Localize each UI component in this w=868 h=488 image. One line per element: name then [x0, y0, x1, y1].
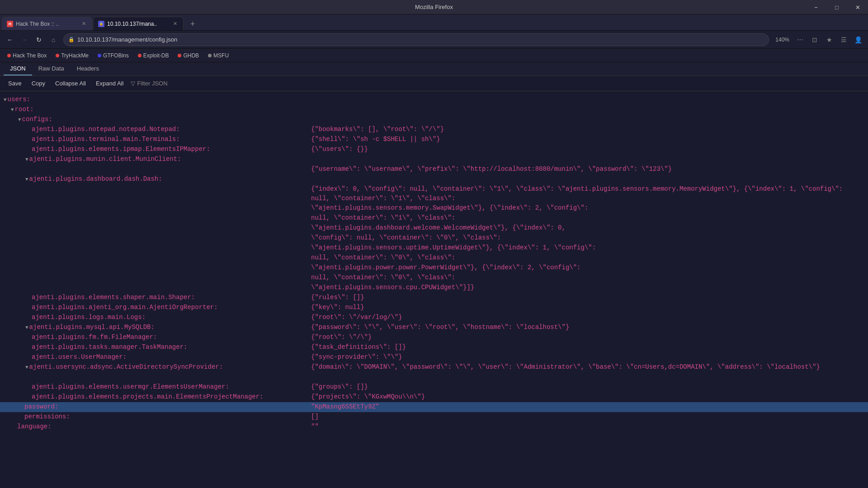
- collapse-arrow[interactable]: [4, 96, 7, 104]
- window-controls: − □ ✕: [806, 0, 868, 14]
- sidebar-button[interactable]: ☰: [837, 33, 850, 46]
- json-value: {"username\": \"username\", \"prefix\": …: [311, 164, 864, 174]
- bookmark-label: Exploit-DB: [143, 52, 169, 59]
- json-line: \"config\": null, \"container\": \"0\", …: [0, 233, 868, 243]
- save-button[interactable]: Save: [4, 79, 26, 88]
- json-line: password:"KpMasng6S5EtTy9Z": [0, 402, 868, 412]
- bookmark-label: TryHackMe: [61, 52, 89, 59]
- json-key: ajenti.usersync.adsync.ActiveDirectorySy…: [29, 363, 223, 371]
- tab-json[interactable]: JSON: [4, 62, 32, 75]
- json-line: ajenti.plugins.terminal.main.Terminals:{…: [0, 135, 868, 145]
- collapse-arrow[interactable]: [25, 324, 28, 332]
- tab-2-label: 10.10.10.137/mana..: [107, 21, 157, 27]
- nav-right-controls: 140% ⋯ ⊡ ★ ☰ 👤: [773, 33, 864, 46]
- json-line: ajenti.plugins.elements.usermgr.Elements…: [0, 382, 868, 392]
- collapse-all-button[interactable]: Collapse All: [51, 79, 90, 88]
- home-button[interactable]: ⌂: [47, 33, 60, 46]
- copy-button[interactable]: Copy: [27, 79, 50, 88]
- tab-1-favicon: H: [7, 21, 13, 27]
- json-value: {"index\": 0, \"config\": null, \"contai…: [311, 184, 864, 203]
- url-display: 10.10.10.137/management/config.json: [77, 36, 764, 43]
- filter-json[interactable]: ▽ Filter JSON: [131, 80, 167, 87]
- bookmark-star[interactable]: ★: [823, 33, 835, 46]
- sync-button[interactable]: 👤: [852, 33, 864, 46]
- json-line: \"ajenti.plugins.dashboard.welcome.Welco…: [0, 223, 868, 233]
- menu-button[interactable]: ⋯: [794, 33, 807, 46]
- json-value: "KpMasng6S5EtTy9Z": [311, 402, 864, 412]
- bookmark-msfu[interactable]: MSFU: [204, 52, 232, 60]
- reader-button[interactable]: ⊡: [808, 33, 821, 46]
- json-key: ajenti.plugins.elements.projects.main.El…: [32, 393, 263, 400]
- json-value: {"domain\": \"DOMAIN\", \"password\": \"…: [311, 362, 864, 372]
- json-line: ajenti.plugins.logs.main.Logs:{"root\": …: [0, 313, 868, 323]
- bookmarks-bar: Hack The Box TryHackMe GTFOBins Exploit-…: [0, 49, 868, 62]
- json-key: ajenti.plugins.elements.ipmap.ElementsIP…: [32, 145, 210, 153]
- collapse-arrow[interactable]: [25, 364, 28, 371]
- json-value: {\"users\": {}}: [311, 145, 864, 155]
- json-line: root:: [0, 105, 868, 115]
- json-key: ajenti.plugins.munin.client.MuninClient:: [29, 155, 181, 163]
- reload-button[interactable]: ↻: [33, 33, 45, 46]
- tab-1-close[interactable]: ✕: [80, 20, 87, 28]
- json-value: null, \"container\": \"1\", \"class\":: [311, 213, 864, 223]
- minimize-button[interactable]: −: [806, 0, 826, 14]
- json-key: password:: [24, 403, 59, 410]
- bookmark-hackthebox[interactable]: Hack The Box: [4, 52, 50, 60]
- forward-button[interactable]: →: [18, 33, 31, 46]
- json-line: null, \"container\": \"1\", \"class\":: [0, 213, 868, 223]
- bookmark-icon: [7, 54, 11, 57]
- collapse-arrow[interactable]: [18, 116, 21, 124]
- json-key: ajenti.users.UserManager:: [32, 353, 127, 361]
- tab-2[interactable]: 🔒 10.10.10.137/mana.. ✕: [93, 17, 184, 30]
- back-button[interactable]: ←: [4, 33, 16, 46]
- bookmark-icon: [178, 54, 181, 57]
- bookmark-icon: [208, 54, 212, 57]
- json-key: users:: [8, 96, 30, 103]
- tab-2-close[interactable]: ✕: [171, 20, 179, 28]
- json-key: ajenti.plugins.elements.usermgr.Elements…: [32, 383, 229, 390]
- tab-headers[interactable]: Headers: [71, 62, 105, 75]
- bookmark-icon: [98, 54, 101, 57]
- json-value: {"rules\": []}: [311, 293, 864, 303]
- json-value: \"ajenti.plugins.sensors.uptime.UptimeWi…: [311, 243, 864, 253]
- maximize-button[interactable]: □: [826, 0, 847, 14]
- bookmark-label: MSFU: [213, 52, 229, 59]
- close-button[interactable]: ✕: [847, 0, 868, 14]
- json-key: ajenti.plugins.fm.fm.FileManager:: [32, 333, 157, 341]
- json-line: {"username\": \"username\", \"prefix\": …: [0, 164, 868, 174]
- json-line: users:: [0, 95, 868, 105]
- json-line: ajenti.plugins.mysql.api.MySQLDB:{"passw…: [0, 323, 868, 333]
- collapse-arrow[interactable]: [11, 106, 14, 114]
- json-line: \"ajenti.plugins.sensors.uptime.UptimeWi…: [0, 243, 868, 253]
- json-key: ajenti.plugins.mysql.api.MySQLDB:: [29, 324, 155, 331]
- bookmark-exploitdb[interactable]: Exploit-DB: [134, 52, 173, 60]
- json-key: ajenti.plugins.tasks.manager.TaskManager…: [32, 343, 187, 351]
- tab-1[interactable]: H Hack The Box :: .. ✕: [2, 17, 92, 30]
- new-tab-button[interactable]: +: [186, 18, 199, 30]
- bookmark-icon: [56, 54, 59, 57]
- address-bar[interactable]: 🔒 10.10.10.137/management/config.json: [63, 33, 769, 46]
- bookmark-ghdb[interactable]: GHDB: [174, 52, 203, 60]
- zoom-level: 140%: [773, 37, 792, 43]
- json-line: language:"": [0, 422, 868, 432]
- title-bar: Mozilla Firefox − □ ✕: [0, 0, 868, 14]
- json-value: null, \"container\": \"0\", \"class\":: [311, 253, 864, 263]
- bookmark-tryhackme[interactable]: TryHackMe: [52, 52, 92, 60]
- json-line: ajenti.plugins.elements.projects.main.El…: [0, 392, 868, 402]
- json-value: \"config\": null, \"container\": \"0\", …: [311, 233, 864, 243]
- json-line: {"index\": 0, \"config\": null, \"contai…: [0, 184, 868, 203]
- tab-rawdata[interactable]: Raw Data: [32, 62, 71, 75]
- collapse-arrow[interactable]: [25, 176, 28, 183]
- json-key: configs:: [22, 116, 52, 123]
- json-line: ajenti.plugins.fm.fm.FileManager:{"root\…: [0, 333, 868, 343]
- expand-all-button[interactable]: Expand All: [91, 79, 128, 88]
- json-line: \"ajenti.plugins.sensors.cpu.CPUWidget\"…: [0, 283, 868, 293]
- bookmark-gtfobins[interactable]: GTFOBins: [94, 52, 132, 60]
- json-content[interactable]: users:root:configs:ajenti.plugins.notepa…: [0, 91, 868, 486]
- json-value: {"root\": \"/var/log/\"}: [311, 313, 864, 323]
- json-line: permissions:[]: [0, 412, 868, 422]
- json-line: ajenti.plugins.notepad.notepad.Notepad:{…: [0, 125, 868, 135]
- collapse-arrow[interactable]: [25, 156, 28, 164]
- json-value: {"password\": \"\", \"user\": \"root\", …: [311, 323, 864, 333]
- tab-2-favicon: 🔒: [98, 21, 104, 27]
